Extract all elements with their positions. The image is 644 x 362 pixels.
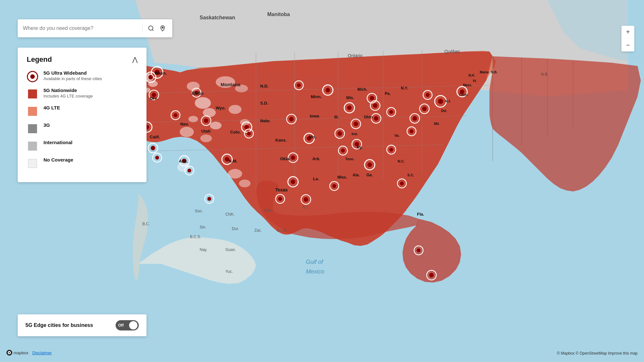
svg-text:Gulf of: Gulf of xyxy=(306,259,324,265)
svg-point-98 xyxy=(367,162,372,167)
svg-text:Ky.: Ky. xyxy=(357,145,363,150)
zoom-in-button[interactable]: + xyxy=(621,26,634,39)
svg-point-120 xyxy=(332,184,336,188)
legend-text-4g-lte: 4G LTE xyxy=(43,105,60,110)
svg-point-48 xyxy=(174,113,177,117)
attribution-right: © Mapbox © OpenStreetMap Improve this ma… xyxy=(557,351,638,356)
attribution-right-text: © Mapbox © OpenStreetMap Improve this ma… xyxy=(557,351,638,356)
svg-point-104 xyxy=(417,248,421,252)
svg-text:Minn.: Minn. xyxy=(311,94,322,99)
svg-point-90 xyxy=(389,110,393,114)
svg-point-52 xyxy=(187,169,191,172)
svg-point-118 xyxy=(410,129,413,133)
svg-text:Ohio: Ohio xyxy=(364,115,373,119)
svg-text:Del.: Del. xyxy=(441,109,447,113)
svg-text:N.C.: N.C. xyxy=(398,159,405,163)
location-button[interactable] xyxy=(158,23,167,33)
svg-point-102 xyxy=(429,273,434,277)
zoom-controls: + − xyxy=(621,26,634,51)
svg-point-196 xyxy=(9,352,10,353)
svg-point-86 xyxy=(373,103,377,108)
svg-text:N.L.: N.L. xyxy=(303,205,310,209)
svg-text:Colo.: Colo. xyxy=(230,130,241,135)
svg-text:Ontario: Ontario xyxy=(348,53,363,58)
svg-text:Maine: Maine xyxy=(480,70,489,74)
svg-text:Va.: Va. xyxy=(394,134,400,137)
svg-text:N.B.: N.B. xyxy=(491,70,497,74)
legend-item-5g-uwb: 5G Ultra Wideband Available in parts of … xyxy=(27,70,137,82)
edge-toggle[interactable]: Off xyxy=(116,320,139,330)
legend-icon-5g-nationwide xyxy=(27,88,38,100)
legend-header: Legend ⋀ xyxy=(27,55,137,64)
svg-point-64 xyxy=(289,117,294,121)
attribution: mapbox Disclaimer xyxy=(6,350,52,356)
disclaimer-link[interactable]: Disclaimer xyxy=(32,350,52,355)
svg-point-100 xyxy=(389,148,393,152)
svg-point-70 xyxy=(291,180,295,184)
legend-icon-no-coverage xyxy=(27,158,38,169)
svg-point-13 xyxy=(180,127,194,137)
svg-point-12 xyxy=(210,122,222,129)
legend-text-3g: 3G xyxy=(43,122,50,128)
legend-icon-4g-lte xyxy=(27,106,38,117)
svg-point-74 xyxy=(304,197,308,202)
svg-point-108 xyxy=(412,116,417,121)
svg-point-20 xyxy=(228,169,242,179)
zoom-out-button[interactable]: − xyxy=(621,39,634,51)
legend-item-5g-nationwide: 5G Nationwide Includes 4G LTE coverage xyxy=(27,88,137,100)
svg-text:B.C.: B.C. xyxy=(142,222,150,226)
svg-point-88 xyxy=(370,96,374,100)
legend-text-international: International xyxy=(43,140,72,145)
svg-text:Ore.: Ore. xyxy=(150,96,158,101)
svg-text:S.D.: S.D. xyxy=(260,101,268,106)
svg-point-122 xyxy=(207,197,211,201)
svg-point-110 xyxy=(422,107,427,111)
svg-text:Nay.: Nay. xyxy=(200,247,207,252)
svg-point-44 xyxy=(151,146,155,150)
svg-text:Idaho: Idaho xyxy=(192,91,204,96)
legend-panel: Legend ⋀ 5G Ultra Wideband Available in … xyxy=(18,48,147,182)
svg-point-38 xyxy=(148,75,153,79)
svg-point-112 xyxy=(438,99,443,104)
svg-text:Texas: Texas xyxy=(275,187,288,192)
legend-icon-3g xyxy=(27,123,38,135)
svg-text:S.C.: S.C. xyxy=(407,173,414,177)
svg-text:Saskatchewan: Saskatchewan xyxy=(200,15,235,20)
toggle-off-label: Off xyxy=(118,323,124,328)
search-icon xyxy=(148,25,154,32)
legend-item-4g-lte: 4G LTE xyxy=(27,105,137,117)
legend-text-5g-nationwide: 5G Nationwide Includes 4G LTE coverage xyxy=(43,88,93,98)
svg-point-190 xyxy=(149,26,153,30)
svg-point-60 xyxy=(204,118,208,123)
svg-text:Wyo.: Wyo. xyxy=(216,106,226,110)
legend-item-international: International xyxy=(27,140,137,152)
svg-point-68 xyxy=(291,155,295,160)
svg-text:La.: La. xyxy=(313,176,319,181)
legend-collapse-button[interactable]: ⋀ xyxy=(132,56,137,63)
svg-text:Québec: Québec xyxy=(444,49,460,54)
legend-icon-5g-uwb xyxy=(27,71,38,82)
svg-point-78 xyxy=(326,88,330,92)
mapbox-logo: mapbox xyxy=(6,350,28,356)
svg-point-194 xyxy=(30,74,35,79)
legend-item-3g: 3G xyxy=(27,122,137,135)
svg-text:Ind.: Ind. xyxy=(352,132,358,136)
svg-text:Zac.: Zac. xyxy=(254,228,262,233)
svg-point-80 xyxy=(347,106,352,110)
svg-text:Kans.: Kans. xyxy=(275,138,287,143)
svg-text:Tenn.: Tenn. xyxy=(345,157,355,161)
svg-text:Conn.: Conn. xyxy=(459,93,468,97)
svg-text:Nev.: Nev. xyxy=(180,122,189,126)
svg-text:Dur.: Dur. xyxy=(232,227,239,231)
svg-text:N.B.: N.B. xyxy=(541,72,548,77)
edge-panel: 5G Edge cities for business Off xyxy=(18,314,147,336)
svg-point-84 xyxy=(354,122,358,126)
svg-point-14 xyxy=(200,135,212,142)
search-button[interactable] xyxy=(147,24,156,33)
svg-text:S.L.P.: S.L.P. xyxy=(277,228,287,233)
svg-text:Nebr.: Nebr. xyxy=(260,118,271,123)
legend-item-no-coverage: No Coverage xyxy=(27,157,137,169)
legend-text-no-coverage: No Coverage xyxy=(43,157,73,162)
svg-line-191 xyxy=(152,30,154,31)
search-input[interactable] xyxy=(23,25,138,31)
